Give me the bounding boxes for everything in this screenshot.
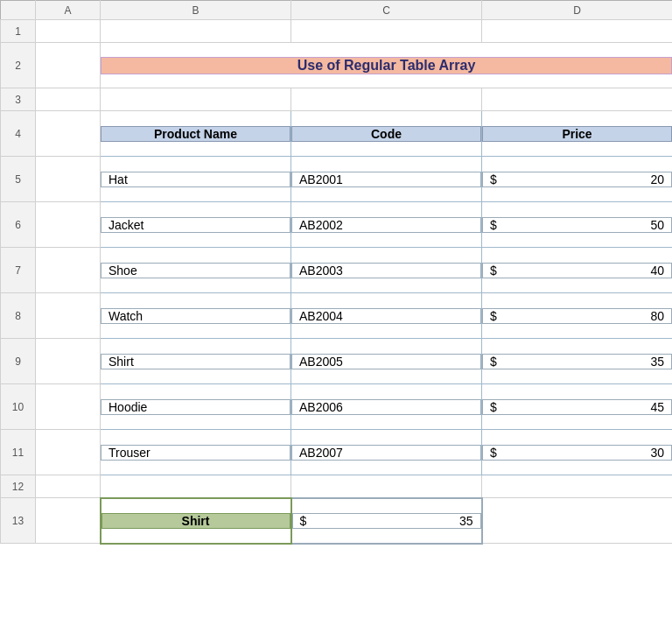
cell-b1[interactable] [101, 20, 291, 43]
title-text: Use of Regular Table Array [298, 58, 476, 74]
row-num-12: 12 [1, 475, 36, 498]
row-num-9: 9 [1, 339, 36, 384]
cell-b11[interactable]: Trouser [101, 430, 291, 475]
header-code-label: Code [291, 126, 481, 142]
col-header-c: C [291, 1, 482, 20]
cell-a13[interactable] [36, 498, 101, 544]
cell-b7[interactable]: Shoe [101, 248, 291, 293]
row-num-3: 3 [1, 88, 36, 111]
cell-b6[interactable]: Jacket [101, 202, 291, 248]
cell-c1[interactable] [291, 20, 482, 43]
cell-a1[interactable] [36, 20, 101, 43]
row-num-1: 1 [1, 20, 36, 43]
cell-a3[interactable] [36, 88, 101, 111]
col-header-a: A [36, 1, 101, 20]
cell-c3[interactable] [291, 88, 482, 111]
table-row: 10 Hoodie AB2006 $ 45 [1, 384, 673, 430]
row-num-6: 6 [1, 202, 36, 248]
cell-a10[interactable] [36, 384, 101, 430]
cell-d8[interactable]: $ 80 [482, 293, 673, 339]
table-row: 7 Shoe AB2003 $ 40 [1, 248, 673, 293]
row-num-5: 5 [1, 157, 36, 202]
cell-c5[interactable]: AB2001 [291, 157, 482, 202]
cell-d10[interactable]: $ 45 [482, 384, 673, 430]
table-row: 5 Hat AB2001 $ 20 [1, 157, 673, 202]
cell-b9[interactable]: Shirt [101, 339, 291, 384]
table-row: 6 Jacket AB2002 $ 50 [1, 202, 673, 248]
cell-a6[interactable] [36, 202, 101, 248]
cell-a12[interactable] [36, 475, 101, 498]
spreadsheet: A B C D 1 2 Use of Regular Table Array [0, 0, 672, 619]
col-header-d: D [482, 1, 673, 20]
cell-b8[interactable]: Watch [101, 293, 291, 339]
cell-c8[interactable]: AB2004 [291, 293, 482, 339]
cell-c7[interactable]: AB2003 [291, 248, 482, 293]
spreadsheet-grid: A B C D 1 2 Use of Regular Table Array [0, 0, 672, 545]
col-header-b: B [101, 1, 291, 20]
row-num-2: 2 [1, 43, 36, 88]
header-product-label: Product Name [101, 126, 290, 142]
row-num-7: 7 [1, 248, 36, 293]
row-num-11: 11 [1, 430, 36, 475]
cell-b10[interactable]: Hoodie [101, 384, 291, 430]
title-banner: Use of Regular Table Array [101, 57, 672, 74]
cell-a2[interactable] [36, 43, 101, 88]
cell-d1[interactable] [482, 20, 673, 43]
result-label-cell: Shirt [101, 498, 291, 544]
cell-b5[interactable]: Hat [101, 157, 291, 202]
cell-b12[interactable] [101, 475, 291, 498]
header-price: Price [482, 111, 673, 157]
cell-d3[interactable] [482, 88, 673, 111]
cell-d11[interactable]: $ 30 [482, 430, 673, 475]
cell-a11[interactable] [36, 430, 101, 475]
cell-d7[interactable]: $ 40 [482, 248, 673, 293]
result-product-label: Shirt [102, 513, 290, 529]
row-num-4: 4 [1, 111, 36, 157]
row-num-10: 10 [1, 384, 36, 430]
cell-a5[interactable] [36, 157, 101, 202]
cell-c9[interactable]: AB2005 [291, 339, 482, 384]
cell-c12[interactable] [291, 475, 482, 498]
header-product: Product Name [101, 111, 291, 157]
cell-b3[interactable] [101, 88, 291, 111]
corner-cell [1, 1, 36, 20]
cell-c10[interactable]: AB2006 [291, 384, 482, 430]
row-num-8: 8 [1, 293, 36, 339]
row-num-13: 13 [1, 498, 36, 544]
cell-c11[interactable]: AB2007 [291, 430, 482, 475]
cell-d13[interactable] [482, 498, 673, 544]
title-cell: Use of Regular Table Array [101, 43, 673, 88]
cell-c6[interactable]: AB2002 [291, 202, 482, 248]
cell-a4[interactable] [36, 111, 101, 157]
cell-a8[interactable] [36, 293, 101, 339]
table-row: 8 Watch AB2004 $ 80 [1, 293, 673, 339]
result-value-cell: $ 35 [291, 498, 482, 544]
header-price-label: Price [482, 126, 672, 142]
cell-d9[interactable]: $ 35 [482, 339, 673, 384]
result-price: $ 35 [292, 513, 481, 529]
cell-a9[interactable] [36, 339, 101, 384]
header-code: Code [291, 111, 482, 157]
cell-d6[interactable]: $ 50 [482, 202, 673, 248]
cell-d12[interactable] [482, 475, 673, 498]
cell-a7[interactable] [36, 248, 101, 293]
table-row: 11 Trouser AB2007 $ 30 [1, 430, 673, 475]
table-row: 9 Shirt AB2005 $ 35 [1, 339, 673, 384]
cell-d5[interactable]: $ 20 [482, 157, 673, 202]
